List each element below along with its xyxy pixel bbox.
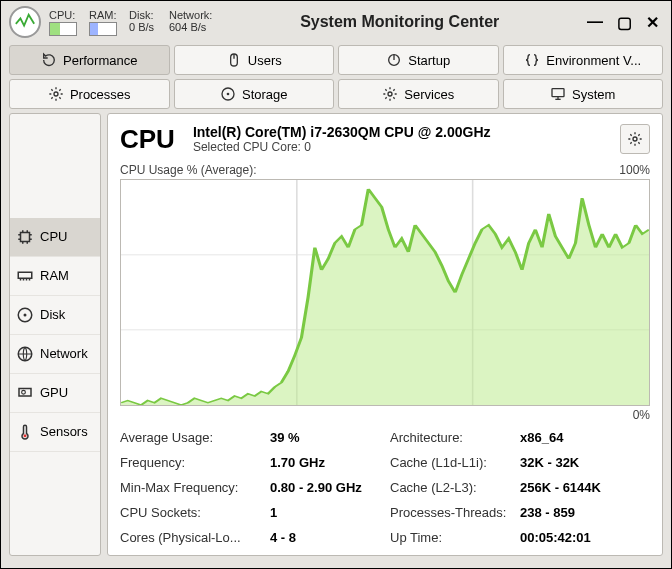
svg-point-19 — [633, 137, 637, 141]
gear-icon — [382, 86, 398, 102]
cpu-selected-core: Selected CPU Core: 0 — [193, 140, 602, 154]
tab-label: Environment V... — [546, 53, 641, 68]
cpu-model: Intel(R) Core(TM) i7-2630QM CPU @ 2.00GH… — [193, 124, 602, 140]
sysbar-cpu: CPU: — [49, 9, 85, 36]
cpu-usage-chart — [120, 179, 650, 406]
power-icon — [386, 52, 402, 68]
sidebar-label: GPU — [40, 385, 68, 400]
perf-sidebar: CPU RAM Disk Network GPU Sensors — [9, 113, 101, 556]
stat-value: 238 - 859 — [520, 505, 640, 520]
tab-label: Processes — [70, 87, 131, 102]
titlebar: CPU: RAM: Disk: 0 B/s Network: 604 B/s S… — [1, 1, 671, 41]
sysbar-disk-label: Disk: — [129, 9, 153, 21]
sidebar-item-ram[interactable]: RAM — [10, 257, 100, 296]
app-icon — [9, 6, 41, 38]
stat-value: 4 - 8 — [270, 530, 390, 545]
gear-icon — [48, 86, 64, 102]
sysbar-net: Network: 604 B/s — [169, 9, 212, 36]
tab-services[interactable]: Services — [338, 79, 499, 109]
minimize-button[interactable]: — — [587, 13, 603, 32]
network-icon — [16, 345, 34, 363]
chart-min: 0% — [120, 408, 650, 422]
svg-point-4 — [54, 92, 58, 96]
tab-label: System — [572, 87, 615, 102]
stat-label: Average Usage: — [120, 430, 270, 445]
tab-label: Performance — [63, 53, 137, 68]
sidebar-item-gpu[interactable]: GPU — [10, 374, 100, 413]
tab-performance[interactable]: Performance — [9, 45, 170, 75]
stat-label: CPU Sockets: — [120, 505, 270, 520]
tab-startup[interactable]: Startup — [338, 45, 499, 75]
stat-label: Architecture: — [390, 430, 520, 445]
braces-icon — [524, 52, 540, 68]
chart-label: CPU Usage % (Average): — [120, 163, 257, 177]
tab-label: Storage — [242, 87, 288, 102]
tab-label: Users — [248, 53, 282, 68]
cpu-icon — [16, 228, 34, 246]
sidebar-label: CPU — [40, 229, 67, 244]
cpu-stats: Average Usage: 39 % Architecture: x86_64… — [120, 430, 650, 545]
stat-value: 256K - 6144K — [520, 480, 640, 495]
stat-label: Cache (L1d-L1i): — [390, 455, 520, 470]
ram-icon — [16, 267, 34, 285]
thermometer-icon — [16, 423, 34, 441]
stat-value: 1 — [270, 505, 390, 520]
svg-rect-11 — [21, 232, 30, 241]
sysbar-ram-label: RAM: — [89, 9, 117, 21]
stat-label: Up Time: — [390, 530, 520, 545]
sidebar-item-disk[interactable]: Disk — [10, 296, 100, 335]
sysbar-cpu-bar — [49, 22, 77, 36]
disk-icon — [16, 306, 34, 324]
tab-storage[interactable]: Storage — [174, 79, 335, 109]
mouse-icon — [226, 52, 242, 68]
chart-max: 100% — [619, 163, 650, 177]
tab-system[interactable]: System — [503, 79, 664, 109]
sysbar-ram-bar — [89, 22, 117, 36]
tab-processes[interactable]: Processes — [9, 79, 170, 109]
tab-label: Services — [404, 87, 454, 102]
svg-point-14 — [24, 313, 27, 316]
refresh-icon — [41, 52, 57, 68]
settings-button[interactable] — [620, 124, 650, 154]
stat-label: Processes-Threads: — [390, 505, 520, 520]
svg-point-18 — [24, 434, 27, 437]
stat-label: Frequency: — [120, 455, 270, 470]
stat-value: 00:05:42:01 — [520, 530, 640, 545]
gear-icon — [627, 131, 643, 147]
svg-rect-8 — [552, 89, 564, 97]
main-tabs: Performance Users Startup Environment V.… — [1, 41, 671, 113]
sidebar-label: Network — [40, 346, 88, 361]
tab-environment[interactable]: Environment V... — [503, 45, 664, 75]
tab-users[interactable]: Users — [174, 45, 335, 75]
sysbar-disk-value: 0 B/s — [129, 21, 154, 33]
panel-title: CPU — [120, 124, 175, 155]
sidebar-item-sensors[interactable]: Sensors — [10, 413, 100, 452]
tab-label: Startup — [408, 53, 450, 68]
stat-value: x86_64 — [520, 430, 640, 445]
maximize-button[interactable]: ▢ — [617, 13, 632, 32]
disk-icon — [220, 86, 236, 102]
stat-label: Cores (Physical-Lo... — [120, 530, 270, 545]
window-title: System Monitoring Center — [212, 13, 587, 31]
main-panel: CPU Intel(R) Core(TM) i7-2630QM CPU @ 2.… — [107, 113, 663, 556]
stat-value: 32K - 32K — [520, 455, 640, 470]
sysbar: CPU: RAM: Disk: 0 B/s Network: 604 B/s — [49, 9, 212, 36]
close-button[interactable]: ✕ — [646, 13, 659, 32]
sidebar-item-cpu[interactable]: CPU — [10, 218, 100, 257]
monitor-icon — [550, 86, 566, 102]
svg-point-6 — [227, 93, 230, 96]
sidebar-item-network[interactable]: Network — [10, 335, 100, 374]
sysbar-disk: Disk: 0 B/s — [129, 9, 165, 36]
sysbar-cpu-label: CPU: — [49, 9, 75, 21]
svg-rect-12 — [18, 272, 32, 278]
stat-label: Min-Max Frequency: — [120, 480, 270, 495]
svg-point-7 — [388, 92, 392, 96]
stat-value: 1.70 GHz — [270, 455, 390, 470]
sidebar-label: RAM — [40, 268, 69, 283]
window-controls: — ▢ ✕ — [587, 13, 663, 32]
stat-label: Cache (L2-L3): — [390, 480, 520, 495]
sysbar-net-value: 604 B/s — [169, 21, 206, 33]
sysbar-net-label: Network: — [169, 9, 212, 21]
gpu-icon — [16, 384, 34, 402]
sidebar-label: Disk — [40, 307, 65, 322]
